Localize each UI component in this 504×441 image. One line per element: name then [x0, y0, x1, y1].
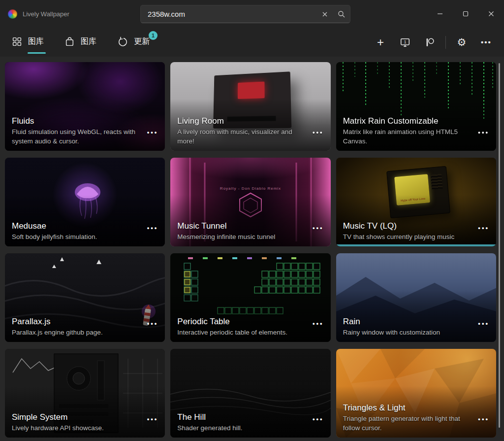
- wallpaper-description: TV that shows currently playing music: [343, 233, 468, 242]
- refresh-icon: [117, 36, 128, 47]
- vertical-scrollbar[interactable]: [499, 63, 500, 428]
- wallpaper-title: Simple System: [12, 412, 136, 422]
- wallpaper-description: Matrix like rain animation using HTML5 C…: [343, 128, 468, 146]
- wallpaper-title: Triangles & Light: [343, 403, 468, 413]
- more-menu-button[interactable]: •••: [475, 33, 497, 52]
- close-button[interactable]: [478, 0, 504, 28]
- wallpaper-title: Periodic Table: [177, 317, 302, 327]
- wallpaper-card-living-room[interactable]: Living Room A lively room with music, vi…: [170, 62, 330, 151]
- wallpaper-card-simple-system[interactable]: Simple System Lively hardware API showca…: [5, 349, 165, 438]
- more-options-button[interactable]: •••: [478, 320, 489, 327]
- wallpaper-description: Soft body jellyfish simulation.: [12, 233, 136, 242]
- tab-library[interactable]: 图库: [12, 36, 44, 48]
- more-options-button[interactable]: •••: [313, 224, 324, 232]
- monitor-icon: 1: [400, 37, 410, 48]
- wallpaper-title: Parallax.js: [12, 317, 136, 327]
- tab-store[interactable]: 图库: [64, 36, 96, 48]
- wallpaper-card-music-tv[interactable]: Hype off Your Love Music TV (LQ) TV that…: [336, 158, 496, 246]
- toolbar-actions: + 1 ⚙ •••: [370, 28, 497, 57]
- app-logo-icon: [8, 9, 17, 19]
- ellipsis-icon: •••: [481, 38, 492, 46]
- toolbar-divider: [445, 36, 446, 49]
- wallpaper-gallery: Fluids Fluid simulation using WebGL, rea…: [0, 57, 504, 438]
- window-controls: [427, 0, 504, 28]
- wallpaper-description: Rainy window with customization: [343, 328, 468, 338]
- more-options-button[interactable]: •••: [313, 129, 324, 136]
- tab-label: 图库: [28, 36, 44, 47]
- more-options-button[interactable]: •••: [313, 415, 324, 423]
- active-tab-indicator: [28, 52, 46, 54]
- wallpaper-title: Matrix Rain Customizable: [343, 116, 468, 126]
- wallpaper-card-fluids[interactable]: Fluids Fluid simulation using WebGL, rea…: [5, 62, 165, 151]
- patreon-support-button[interactable]: [419, 33, 441, 52]
- maximize-button[interactable]: [453, 0, 478, 28]
- patreon-icon: [424, 37, 435, 48]
- wallpaper-description: Parallax.js engine github page.: [12, 328, 136, 338]
- add-wallpaper-button[interactable]: +: [370, 33, 391, 52]
- tab-bar: 图库 图库 更新 1: [0, 36, 150, 48]
- wallpaper-description: Mesmerizing infinite music tunnel: [177, 233, 302, 242]
- search-button[interactable]: [333, 7, 350, 21]
- wallpaper-title: Music Tunnel: [177, 221, 302, 231]
- wallpaper-card-music-tunnel[interactable]: Royalty - Don Diablo Remix Music Tunnel …: [170, 158, 330, 246]
- more-options-button[interactable]: •••: [147, 129, 158, 136]
- title-bar: Lively Wallpaper 2358w.com: [0, 0, 504, 28]
- wallpaper-card-parallax[interactable]: Parallax.js Parallax.js engine github pa…: [5, 253, 165, 342]
- wallpaper-card-the-hill[interactable]: The Hill Shader generated hill. •••: [170, 349, 330, 438]
- tab-label: 更新: [134, 36, 150, 47]
- wallpaper-description: Lively hardware API showcase.: [12, 424, 136, 433]
- search-input[interactable]: 2358w.com: [141, 10, 316, 18]
- tab-label: 图库: [81, 36, 96, 47]
- update-count-badge: 1: [149, 31, 158, 40]
- more-options-button[interactable]: •••: [478, 129, 489, 136]
- wallpaper-title: Medusae: [12, 221, 136, 231]
- display-select-button[interactable]: 1: [394, 33, 416, 52]
- wallpaper-card-rain[interactable]: Rain Rainy window with customization •••: [336, 253, 496, 342]
- more-options-button[interactable]: •••: [478, 224, 489, 232]
- close-icon: [321, 11, 328, 18]
- wallpaper-card-matrix-rain[interactable]: Matrix Rain Customizable Matrix like rai…: [336, 62, 496, 151]
- search-box[interactable]: 2358w.com: [140, 5, 350, 23]
- settings-button[interactable]: ⚙: [451, 33, 472, 52]
- wallpaper-title: Living Room: [177, 116, 302, 126]
- wallpaper-description: Shader generated hill.: [177, 424, 302, 433]
- wallpaper-title: The Hill: [177, 412, 302, 422]
- wallpaper-title: Music TV (LQ): [343, 221, 468, 231]
- more-options-button[interactable]: •••: [313, 320, 324, 327]
- wallpaper-description: A lively room with music, visualizer and…: [177, 128, 302, 146]
- more-options-button[interactable]: •••: [147, 415, 158, 423]
- minimize-icon: [435, 9, 445, 19]
- wallpaper-title: Rain: [343, 317, 468, 327]
- tab-updates[interactable]: 更新 1: [117, 36, 150, 48]
- wallpaper-card-medusae[interactable]: Medusae Soft body jellyfish simulation. …: [5, 158, 165, 246]
- grid-icon: [12, 36, 22, 47]
- app-title: Lively Wallpaper: [23, 10, 69, 18]
- gear-icon: ⚙: [457, 36, 467, 48]
- maximize-icon: [461, 9, 471, 19]
- wallpaper-description: Triangle pattern generator with light th…: [343, 414, 468, 433]
- wallpaper-card-periodic-table[interactable]: Periodic Table Interactive periodic tabl…: [170, 253, 330, 342]
- display-number: 1: [404, 39, 407, 44]
- close-icon: [486, 9, 496, 19]
- clear-search-button[interactable]: [316, 7, 333, 21]
- wallpaper-title: Fluids: [12, 116, 136, 126]
- bag-icon: [64, 36, 75, 47]
- more-options-button[interactable]: •••: [147, 320, 158, 327]
- selected-wallpaper-indicator: [336, 244, 496, 246]
- wallpaper-description: Fluid simulation using WebGL, reacts wit…: [12, 128, 136, 146]
- wallpaper-description: Interactive periodic table of elements.: [177, 328, 302, 338]
- minimize-button[interactable]: [427, 0, 453, 28]
- more-options-button[interactable]: •••: [147, 224, 158, 232]
- wallpaper-card-triangles-light[interactable]: Triangles & Light Triangle pattern gener…: [336, 349, 496, 438]
- more-options-button[interactable]: •••: [478, 415, 489, 423]
- toolbar: 图库 图库 更新 1 + 1: [0, 28, 504, 57]
- search-icon: [338, 10, 346, 18]
